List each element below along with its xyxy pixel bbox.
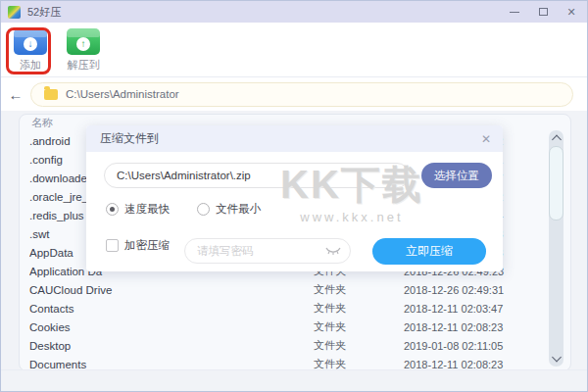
dialog-title: 压缩文件到 xyxy=(100,130,481,147)
scroll-up-icon[interactable] xyxy=(552,135,562,145)
extract-button-label: 解压到 xyxy=(68,58,100,73)
password-visibility-icon[interactable] xyxy=(325,246,341,256)
title-bar: 52好压 xyxy=(1,1,587,23)
table-row[interactable]: Cookies 文件夹 2018-12-11 02:08:23 xyxy=(20,318,570,336)
file-date: 2018-12-26 02:49:31 xyxy=(404,284,570,296)
add-button-label: 添加 xyxy=(20,58,41,73)
file-name: Documents xyxy=(29,359,314,370)
dialog-header: 压缩文件到 ✕ xyxy=(86,125,503,152)
radio-unselected-icon xyxy=(197,203,210,216)
file-type: 文件夹 xyxy=(314,338,404,353)
watermark-url: www.kkx.net xyxy=(280,210,423,224)
file-type: 文件夹 xyxy=(314,319,404,334)
scrollbar[interactable] xyxy=(549,130,564,367)
dialog-bottom-row: 加密压缩 立即压缩 xyxy=(106,238,486,253)
close-icon[interactable]: ✕ xyxy=(565,6,577,18)
address-row: ← C:\Users\Administrator xyxy=(1,77,587,111)
encrypt-label: 加密压缩 xyxy=(124,238,170,253)
radio-smallest-label: 文件最小 xyxy=(216,202,261,217)
add-archive-icon: ↓ xyxy=(14,28,47,55)
file-date: 2018-12-11 02:08:23 xyxy=(404,321,570,333)
extract-archive-icon: ↑ xyxy=(67,28,100,55)
file-type: 文件夹 xyxy=(314,282,404,297)
footer-strip xyxy=(1,369,587,391)
minimize-icon[interactable] xyxy=(509,6,520,18)
table-row[interactable]: CAUCloud Drive 文件夹 2018-12-26 02:49:31 xyxy=(20,280,570,299)
encrypt-checkbox[interactable] xyxy=(106,239,119,252)
add-button[interactable]: ↓ 添加 xyxy=(11,28,50,73)
arrow-down-icon: ↓ xyxy=(24,37,37,51)
arrow-up-icon: ↑ xyxy=(76,37,90,51)
extract-button[interactable]: ↑ 解压到 xyxy=(64,28,103,73)
main-area: 名称 .android 文件夹 2018-12-11 02:03:42 .con… xyxy=(1,111,587,392)
address-bar[interactable]: C:\Users\Administrator xyxy=(30,82,573,107)
back-icon[interactable]: ← xyxy=(1,86,30,103)
file-name: CAUCloud Drive xyxy=(29,284,314,296)
file-date: 2018-12-11 02:03:47 xyxy=(404,303,570,315)
dialog-close-icon[interactable]: ✕ xyxy=(481,132,491,146)
window-controls: ✕ xyxy=(509,1,577,23)
file-date: 2018-12-11 02:08:23 xyxy=(404,359,570,370)
radio-smallest-file[interactable]: 文件最小 xyxy=(197,202,261,217)
folder-icon xyxy=(44,89,58,100)
radio-fastest-label: 速度最快 xyxy=(124,202,170,217)
app-window: 52好压 ✕ ↓ 添加 ↑ 解压到 ← C:\Users\Administrat… xyxy=(0,0,588,392)
choose-location-button[interactable]: 选择位置 xyxy=(421,163,492,188)
app-title: 52好压 xyxy=(27,5,61,20)
compression-mode-options: 速度最快 文件最小 xyxy=(106,202,261,217)
radio-fastest-speed[interactable]: 速度最快 xyxy=(106,202,170,217)
app-icon xyxy=(8,6,21,19)
scroll-down-icon[interactable] xyxy=(552,353,562,363)
compress-dialog: 压缩文件到 ✕ 选择位置 速度最快 文件最小 加密压缩 xyxy=(86,125,503,271)
file-date: 2019-01-08 02:11:05 xyxy=(404,340,570,352)
archive-path-input[interactable] xyxy=(104,163,410,188)
file-name: Cookies xyxy=(29,321,314,333)
toolbar: ↓ 添加 ↑ 解压到 xyxy=(1,23,587,77)
file-name: Contacts xyxy=(29,303,314,315)
file-type: 文件夹 xyxy=(314,301,404,316)
table-row[interactable]: Desktop 文件夹 2019-01-08 02:11:05 xyxy=(20,336,570,355)
radio-selected-icon xyxy=(106,203,119,216)
maximize-icon[interactable] xyxy=(537,6,549,18)
table-row[interactable]: Contacts 文件夹 2018-12-11 02:03:47 xyxy=(20,299,570,318)
current-path: C:\Users\Administrator xyxy=(66,88,179,100)
scrollbar-thumb[interactable] xyxy=(549,146,564,220)
password-field-wrap xyxy=(184,238,351,264)
compress-now-button[interactable]: 立即压缩 xyxy=(372,238,486,265)
file-name: Desktop xyxy=(29,340,314,352)
